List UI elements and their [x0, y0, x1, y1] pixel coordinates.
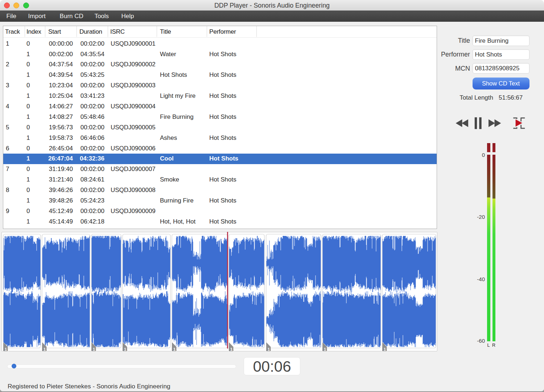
- svg-text:1: 1: [230, 347, 232, 351]
- svg-text:1: 1: [323, 347, 326, 351]
- svg-text:1: 1: [267, 347, 270, 351]
- svg-text:1: 1: [383, 347, 386, 351]
- svg-text:1: 1: [173, 347, 176, 351]
- svg-text:1: 1: [92, 347, 95, 351]
- svg-text:1: 1: [4, 347, 7, 351]
- svg-text:1: 1: [124, 347, 126, 351]
- svg-text:1: 1: [43, 347, 46, 351]
